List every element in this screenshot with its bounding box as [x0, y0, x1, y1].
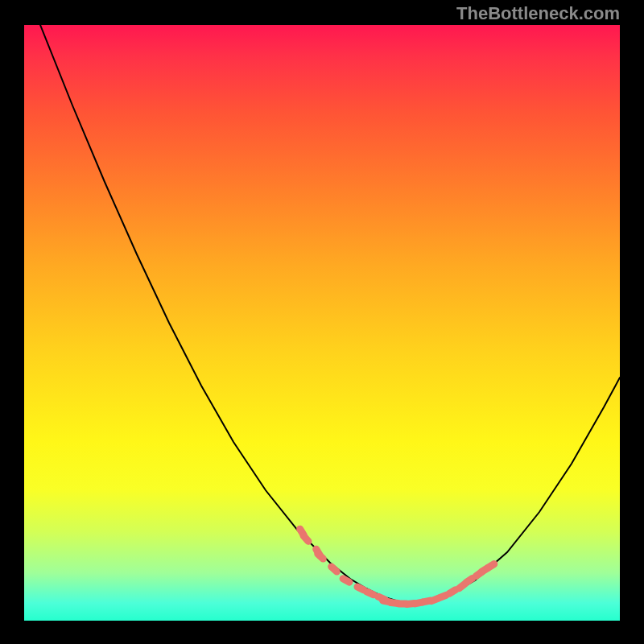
chart-svg	[24, 25, 620, 621]
chart-container: TheBottleneck.com	[0, 0, 644, 644]
marker-point	[326, 562, 341, 577]
bottleneck-curve	[40, 25, 620, 603]
plot-area	[24, 25, 620, 621]
data-markers	[295, 524, 499, 608]
watermark-text: TheBottleneck.com	[456, 3, 620, 24]
